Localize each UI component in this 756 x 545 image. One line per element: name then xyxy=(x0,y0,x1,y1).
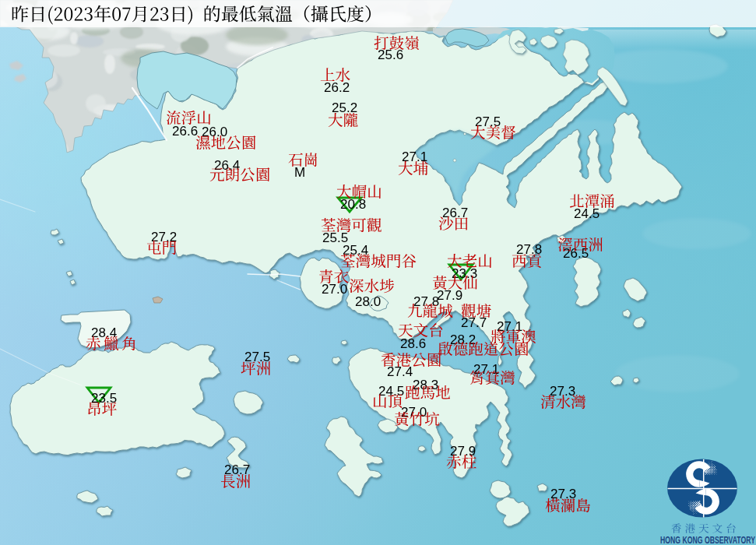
svg-text:20.8: 20.8 xyxy=(340,197,366,212)
svg-text:26.6: 26.6 xyxy=(172,124,198,139)
svg-text:23.3: 23.3 xyxy=(452,266,477,281)
svg-text:27.8: 27.8 xyxy=(516,242,542,257)
svg-text:25.6: 25.6 xyxy=(378,47,403,62)
svg-text:27.9: 27.9 xyxy=(437,288,462,303)
svg-text:27.4: 27.4 xyxy=(387,364,413,379)
svg-text:HONG KONG OBSERVATORY: HONG KONG OBSERVATORY xyxy=(660,535,755,545)
svg-text:24.5: 24.5 xyxy=(574,206,600,221)
svg-text:26.0: 26.0 xyxy=(202,125,227,139)
svg-text:27.3: 27.3 xyxy=(550,487,576,501)
svg-text:26.2: 26.2 xyxy=(324,80,350,95)
svg-text:27.7: 27.7 xyxy=(461,315,487,330)
svg-text:28.6: 28.6 xyxy=(400,336,426,351)
svg-text:26.5: 26.5 xyxy=(563,246,589,261)
svg-text:27.0: 27.0 xyxy=(322,282,347,297)
svg-text:27.5: 27.5 xyxy=(475,114,501,129)
svg-text:28.0: 28.0 xyxy=(355,294,381,309)
svg-text:26.7: 26.7 xyxy=(442,206,468,220)
svg-text:M: M xyxy=(294,165,305,180)
svg-text:28.2: 28.2 xyxy=(450,332,476,347)
